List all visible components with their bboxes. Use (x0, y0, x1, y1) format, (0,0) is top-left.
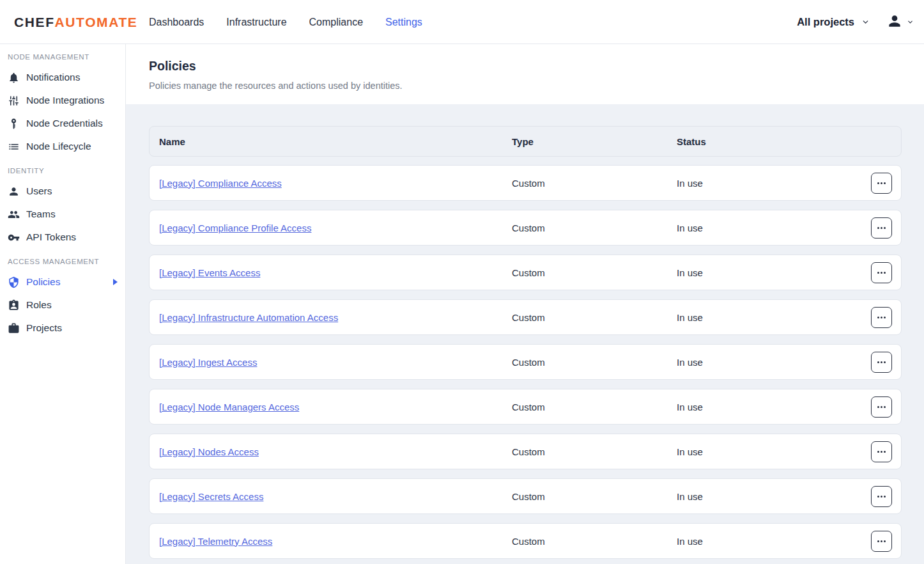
policies-table-header: Name Type Status (149, 126, 902, 157)
policy-status: In use (677, 446, 871, 457)
main-nav: Dashboards Infrastructure Compliance Set… (149, 0, 422, 44)
table-row: [Legacy] Ingest Access Custom In use (149, 344, 902, 380)
sidebar-section-access-management: ACCESS MANAGEMENT Policies Roles Project… (0, 249, 125, 340)
policy-link[interactable]: [Legacy] Nodes Access (159, 446, 512, 457)
page-title: Policies (149, 59, 924, 74)
top-navbar: CHEFAUTOMATE Dashboards Infrastructure C… (0, 0, 924, 44)
sidebar-item-label: API Tokens (26, 231, 76, 243)
logo-chef-text: CHEF (14, 15, 55, 30)
row-actions-button[interactable] (871, 262, 892, 283)
policies-content: Name Type Status [Legacy] Compliance Acc… (126, 104, 924, 564)
sidebar-item-api-tokens[interactable]: API Tokens (0, 226, 125, 249)
nav-dashboards[interactable]: Dashboards (149, 17, 204, 28)
nav-compliance[interactable]: Compliance (309, 17, 363, 28)
row-actions-button[interactable] (871, 217, 892, 239)
policy-link[interactable]: [Legacy] Compliance Access (159, 178, 512, 189)
row-actions-button[interactable] (871, 486, 892, 507)
sidebar-item-label: Node Lifecycle (26, 141, 91, 152)
policy-type: Custom (512, 267, 677, 278)
projects-filter-dropdown[interactable]: All projects (797, 16, 870, 28)
sidebar-item-label: Roles (26, 299, 52, 311)
policy-status: In use (677, 178, 871, 189)
sidebar-item-label: Notifications (26, 72, 80, 83)
policy-link[interactable]: [Legacy] Node Managers Access (159, 402, 512, 412)
bell-icon (8, 72, 20, 84)
sidebar-item-projects[interactable]: Projects (0, 317, 125, 340)
section-title: NODE MANAGEMENT (8, 52, 125, 62)
key-vertical-icon (8, 118, 20, 130)
policy-status: In use (677, 491, 871, 502)
badge-icon (8, 299, 20, 311)
policy-status: In use (677, 402, 871, 412)
logo-automate-text: AUTOMATE (55, 15, 138, 30)
policy-link[interactable]: [Legacy] Telemetry Access (159, 536, 512, 547)
table-row: [Legacy] Events Access Custom In use (149, 255, 902, 290)
chef-automate-logo[interactable]: CHEFAUTOMATE (14, 0, 137, 44)
policy-type: Custom (512, 536, 677, 547)
sidebar-item-notifications[interactable]: Notifications (0, 66, 125, 89)
section-title: ACCESS MANAGEMENT (8, 256, 125, 267)
table-row: [Legacy] Compliance Access Custom In use (149, 165, 902, 201)
policy-link[interactable]: [Legacy] Secrets Access (159, 491, 512, 502)
policy-status: In use (677, 312, 871, 323)
person-icon (8, 185, 20, 198)
sidebar-item-teams[interactable]: Teams (0, 203, 125, 226)
policy-link[interactable]: [Legacy] Events Access (159, 267, 512, 278)
row-actions-button[interactable] (871, 531, 892, 552)
table-row: [Legacy] Nodes Access Custom In use (149, 434, 902, 469)
sidebar-item-users[interactable]: Users (0, 180, 125, 203)
policy-type: Custom (512, 312, 677, 323)
section-title: IDENTITY (8, 166, 125, 176)
column-header-name: Name (159, 136, 512, 147)
table-row: [Legacy] Node Managers Access Custom In … (149, 389, 902, 425)
policy-link[interactable]: [Legacy] Infrastructure Automation Acces… (159, 312, 512, 323)
row-actions-button[interactable] (871, 396, 892, 418)
column-header-type: Type (512, 136, 677, 147)
sidebar-item-label: Projects (26, 322, 62, 334)
topnav-right-cluster: All projects (797, 0, 914, 44)
policy-status: In use (677, 267, 871, 278)
row-actions-button[interactable] (871, 352, 892, 373)
policy-type: Custom (512, 223, 677, 233)
page-subtitle: Policies manage the resources and action… (149, 81, 924, 91)
policy-type: Custom (512, 357, 677, 368)
briefcase-icon (8, 322, 20, 334)
user-menu[interactable] (886, 13, 914, 32)
table-row: [Legacy] Secrets Access Custom In use (149, 478, 902, 514)
policy-status: In use (677, 536, 871, 547)
sidebar-item-label: Policies (26, 276, 60, 288)
sidebar-item-label: Node Integrations (26, 95, 104, 106)
sidebar-item-roles[interactable]: Roles (0, 294, 125, 317)
list-icon (8, 141, 20, 153)
user-avatar-icon (886, 13, 903, 32)
policy-link[interactable]: [Legacy] Compliance Profile Access (159, 223, 512, 233)
key-icon (8, 231, 20, 244)
sidebar-item-node-integrations[interactable]: Node Integrations (0, 89, 125, 112)
sidebar-item-node-credentials[interactable]: Node Credentials (0, 112, 125, 135)
table-row: [Legacy] Compliance Profile Access Custo… (149, 210, 902, 246)
row-actions-button[interactable] (871, 307, 892, 328)
chevron-down-icon (861, 18, 870, 26)
row-actions-button[interactable] (871, 441, 892, 462)
sidebar-item-label: Node Credentials (26, 118, 103, 129)
policy-type: Custom (512, 491, 677, 502)
nav-infrastructure[interactable]: Infrastructure (226, 17, 286, 28)
policy-type: Custom (512, 402, 677, 412)
table-row: [Legacy] Infrastructure Automation Acces… (149, 299, 902, 335)
nav-settings[interactable]: Settings (385, 17, 422, 28)
sliders-icon (8, 95, 20, 107)
policy-type: Custom (512, 446, 677, 457)
sidebar-section-identity: IDENTITY Users Teams API Tokens (0, 158, 125, 249)
chevron-down-icon (907, 19, 914, 26)
column-header-status: Status (677, 136, 892, 147)
expand-right-icon (113, 279, 118, 285)
sidebar-item-label: Users (26, 185, 52, 197)
sidebar-item-node-lifecycle[interactable]: Node Lifecycle (0, 135, 125, 158)
sidebar-item-policies[interactable]: Policies (0, 270, 125, 294)
policy-link[interactable]: [Legacy] Ingest Access (159, 357, 512, 368)
shield-icon (8, 276, 20, 288)
settings-sidebar: NODE MANAGEMENT Notifications Node Integ… (0, 44, 126, 564)
policy-status: In use (677, 357, 871, 368)
projects-filter-label: All projects (797, 16, 854, 28)
row-actions-button[interactable] (871, 173, 892, 194)
